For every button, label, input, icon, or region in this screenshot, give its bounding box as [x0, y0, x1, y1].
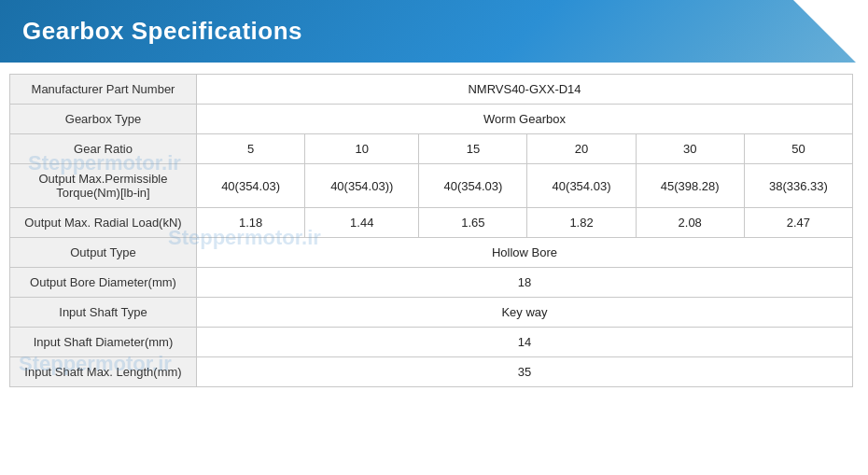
table-row: Output Bore Diameter(mm)18: [10, 268, 853, 298]
row-label: Input Shaft Type: [10, 298, 197, 328]
row-cell: 40(354.03)): [305, 164, 419, 208]
row-cell: 1.44: [305, 208, 419, 238]
table-row: Gearbox TypeWorm Gearbox: [10, 105, 853, 134]
row-label: Input Shaft Max. Length(mm): [10, 357, 197, 387]
table-row: Input Shaft TypeKey way: [10, 298, 853, 328]
page-header: Gearbox Specifications: [0, 0, 868, 63]
table-row: Input Shaft Diameter(mm)14: [10, 328, 853, 357]
table-row: Output Max. Radial Load(kN)1.181.441.651…: [10, 208, 853, 238]
row-label: Input Shaft Diameter(mm): [10, 328, 197, 357]
row-value: Worm Gearbox: [197, 105, 853, 134]
table-container: Steppermotor.ir Steppermotor.ir Stepperm…: [0, 63, 868, 398]
row-value: 14: [197, 328, 853, 357]
row-cell: 20: [527, 134, 636, 164]
row-cell: 10: [305, 134, 419, 164]
row-cell: 1.65: [419, 208, 527, 238]
row-cell: 1.82: [527, 208, 636, 238]
row-cell: 2.08: [636, 208, 744, 238]
row-value: 18: [197, 268, 853, 298]
table-row: Input Shaft Max. Length(mm)35: [10, 357, 853, 387]
row-value: NMRVS40-GXX-D14: [197, 75, 853, 105]
row-label: Output Max. Radial Load(kN): [10, 208, 197, 238]
row-value: Key way: [197, 298, 853, 328]
row-label: Output Max.Permissible Torque(Nm)[lb-in]: [10, 164, 197, 208]
row-value: 35: [197, 357, 853, 387]
row-cell: 40(354.03): [197, 164, 305, 208]
row-cell: 38(336.33): [744, 164, 852, 208]
table-row: Output Max.Permissible Torque(Nm)[lb-in]…: [10, 164, 853, 208]
row-label: Output Type: [10, 238, 197, 268]
row-label: Gear Ratio: [10, 134, 197, 164]
row-cell: 45(398.28): [636, 164, 744, 208]
row-cell: 40(354.03): [419, 164, 527, 208]
row-label: Gearbox Type: [10, 105, 197, 134]
row-label: Output Bore Diameter(mm): [10, 268, 197, 298]
row-cell: 50: [744, 134, 852, 164]
row-value: Hollow Bore: [197, 238, 853, 268]
specs-table: Manufacturer Part NumberNMRVS40-GXX-D14G…: [9, 74, 853, 387]
page-title: Gearbox Specifications: [22, 17, 302, 46]
row-cell: 5: [197, 134, 305, 164]
row-cell: 1.18: [197, 208, 305, 238]
row-cell: 30: [636, 134, 744, 164]
table-row: Manufacturer Part NumberNMRVS40-GXX-D14: [10, 75, 853, 105]
row-label: Manufacturer Part Number: [10, 75, 197, 105]
row-cell: 40(354.03): [527, 164, 636, 208]
table-row: Gear Ratio51015203050: [10, 134, 853, 164]
row-cell: 2.47: [744, 208, 852, 238]
table-row: Output TypeHollow Bore: [10, 238, 853, 268]
row-cell: 15: [419, 134, 527, 164]
